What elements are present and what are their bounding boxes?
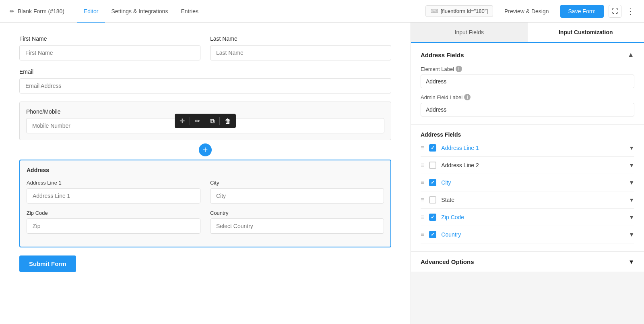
toolbar-divider-2 xyxy=(205,117,205,125)
address-fields-section: Address Fields ▲ Element Label i Admin F… xyxy=(411,43,644,125)
address-block: Address Address Line 1 City Zip Code Cou… xyxy=(19,160,391,247)
checkbox-country[interactable] xyxy=(429,231,436,238)
main-layout: First Name Last Name Email Phone/Mobile … xyxy=(0,23,644,324)
checkbox-address-line-2[interactable] xyxy=(429,162,436,169)
drag-handle-address-line-1[interactable]: ≡ xyxy=(421,144,424,152)
nav-left: ✏ Blank Form (#180) Editor Settings & In… xyxy=(10,0,205,22)
address-line1-input[interactable] xyxy=(27,188,200,204)
address-fields-sub-header: Address Fields xyxy=(411,125,644,139)
country-group: Country xyxy=(210,210,384,234)
field-chevron-state[interactable]: ▼ xyxy=(629,197,634,203)
checkbox-zip-code[interactable] xyxy=(429,214,436,221)
drag-handle-state[interactable]: ≡ xyxy=(421,196,424,204)
field-item-state: ≡ State ▼ xyxy=(421,191,634,209)
city-group: City xyxy=(210,180,384,204)
element-label-info-icon: i xyxy=(456,66,462,72)
field-label-city: City xyxy=(441,179,624,186)
toolbar-divider-3 xyxy=(219,117,220,125)
more-button[interactable]: ⋮ xyxy=(626,6,634,16)
shortcode-icon: ⌨ xyxy=(431,8,438,14)
field-item-city: ≡ City ▼ xyxy=(421,174,634,191)
advanced-chevron-down[interactable]: ▼ xyxy=(628,258,634,265)
admin-field-label-input[interactable] xyxy=(421,103,634,116)
top-nav: ✏ Blank Form (#180) Editor Settings & In… xyxy=(0,0,644,23)
brand-label: Blank Form (#180) xyxy=(18,8,64,15)
last-name-input[interactable] xyxy=(210,45,391,60)
add-field-button[interactable]: + xyxy=(199,143,212,156)
tab-input-fields[interactable]: Input Fields xyxy=(411,23,528,42)
checkbox-address-line-1[interactable] xyxy=(429,144,436,152)
element-label-input[interactable] xyxy=(421,75,634,88)
city-label: City xyxy=(210,180,384,186)
email-label: Email xyxy=(19,69,391,75)
first-name-label: First Name xyxy=(19,35,200,42)
block-toolbar: ✛ ✏ ⧉ 🗑 xyxy=(175,114,236,128)
nav-right: ⌨ [fluentform id="180"] Preview & Design… xyxy=(425,5,634,18)
last-name-group: Last Name xyxy=(210,35,391,60)
drag-handle-city[interactable]: ≡ xyxy=(421,179,424,186)
preview-button[interactable]: Preview & Design xyxy=(498,5,555,18)
name-row: First Name Last Name xyxy=(19,35,391,60)
address-block-title: Address xyxy=(27,167,384,173)
toolbar-divider-1 xyxy=(190,117,190,125)
copy-button[interactable]: ⧉ xyxy=(208,116,216,126)
submit-button[interactable]: Submit Form xyxy=(19,255,76,272)
field-chevron-city[interactable]: ▼ xyxy=(629,179,634,186)
checkbox-state[interactable] xyxy=(429,196,436,204)
field-label-zip-code: Zip Code xyxy=(441,214,624,220)
tab-entries[interactable]: Entries xyxy=(174,1,205,23)
email-group: Email xyxy=(19,69,391,93)
drag-handle-address-line-2[interactable]: ≡ xyxy=(421,162,424,169)
email-input[interactable] xyxy=(19,78,391,93)
section-title: Address Fields xyxy=(421,52,464,58)
drag-handle-country[interactable]: ≡ xyxy=(421,231,424,238)
field-label-state: State xyxy=(441,197,624,203)
advanced-options-label: Advanced Options xyxy=(421,258,474,265)
advanced-options-header[interactable]: Advanced Options ▼ xyxy=(421,258,634,265)
expand-button[interactable]: ⛶ xyxy=(609,5,621,18)
add-btn-container: + xyxy=(19,143,391,156)
field-chevron-country[interactable]: ▼ xyxy=(629,231,634,238)
shortcode-text: [fluentform id="180"] xyxy=(441,8,488,14)
city-input[interactable] xyxy=(210,188,384,204)
tab-input-customization[interactable]: Input Customization xyxy=(528,23,644,43)
address-fields-list: ≡ Address Line 1 ▼ ≡ Address Line 2 ▼ ≡ … xyxy=(411,139,644,251)
first-name-input[interactable] xyxy=(19,45,200,60)
field-chevron-address-line-2[interactable]: ▼ xyxy=(629,162,634,168)
address-row-1: Address Line 1 City xyxy=(27,180,384,204)
shortcode-box[interactable]: ⌨ [fluentform id="180"] xyxy=(425,5,493,17)
address-line1-label: Address Line 1 xyxy=(27,180,200,186)
address-row-2: Zip Code Country xyxy=(27,210,384,234)
field-item-address-line-2: ≡ Address Line 2 ▼ xyxy=(421,157,634,174)
save-button[interactable]: Save Form xyxy=(560,5,604,18)
nav-tabs: Editor Settings & Integrations Entries xyxy=(77,0,205,22)
field-item-address-line-1: ≡ Address Line 1 ▼ xyxy=(421,139,634,157)
admin-field-label-info-icon: i xyxy=(464,94,471,100)
country-label: Country xyxy=(210,210,384,216)
move-button[interactable]: ✛ xyxy=(178,116,186,127)
element-label-row: Element Label i xyxy=(421,66,634,72)
address-line1-group: Address Line 1 xyxy=(27,180,200,204)
field-chevron-address-line-1[interactable]: ▼ xyxy=(629,145,634,151)
country-input[interactable] xyxy=(210,218,384,234)
tab-settings[interactable]: Settings & Integrations xyxy=(105,1,175,23)
field-label-address-line-1: Address Line 1 xyxy=(441,145,624,151)
drag-handle-zip-code[interactable]: ≡ xyxy=(421,214,424,221)
delete-button[interactable]: 🗑 xyxy=(223,116,233,126)
checkbox-city[interactable] xyxy=(429,179,436,186)
last-name-label: Last Name xyxy=(210,35,391,42)
tab-editor[interactable]: Editor xyxy=(77,1,105,23)
field-label-address-line-2: Address Line 2 xyxy=(441,162,624,168)
right-panel: Input Fields Input Customization Address… xyxy=(411,23,644,324)
edit-button[interactable]: ✏ xyxy=(193,116,202,127)
field-chevron-zip-code[interactable]: ▼ xyxy=(629,214,634,220)
phone-block: Phone/Mobile ✛ ✏ ⧉ 🗑 xyxy=(19,102,391,140)
section-chevron-up[interactable]: ▲ xyxy=(627,51,634,59)
section-header: Address Fields ▲ xyxy=(421,51,634,59)
zip-input[interactable] xyxy=(27,218,200,234)
nav-brand: ✏ Blank Form (#180) xyxy=(10,8,64,15)
zip-label: Zip Code xyxy=(27,210,200,216)
field-item-country: ≡ Country ▼ xyxy=(421,226,634,243)
field-label-country: Country xyxy=(441,231,624,238)
pencil-icon: ✏ xyxy=(10,8,14,15)
